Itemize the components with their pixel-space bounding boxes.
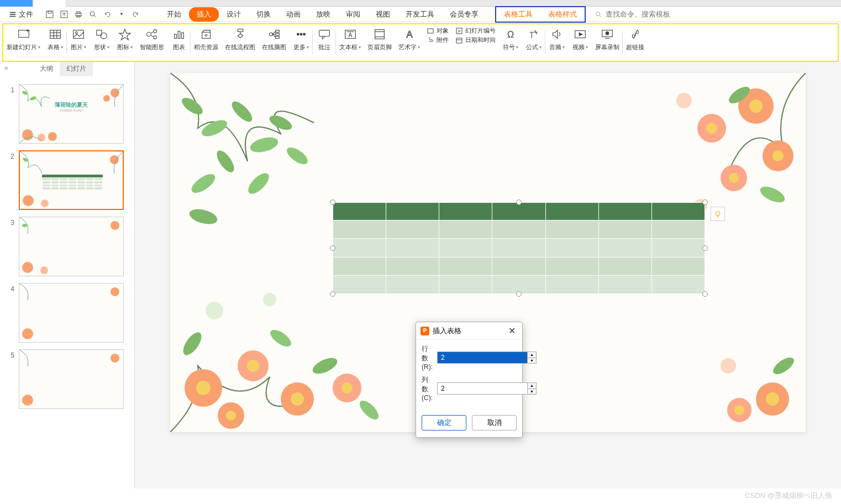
resize-handle-tr[interactable]	[702, 200, 708, 205]
tab-view[interactable]: 视图	[368, 7, 398, 22]
sidebar-tab-slides[interactable]: 幻灯片	[60, 62, 93, 76]
ribbon-hyperlink[interactable]: 超链接	[623, 27, 648, 59]
ribbon-picture[interactable]: 图片▾	[67, 27, 90, 59]
slides-sidebar: « 大纲 幻灯片 1 薄荷味的夏天 POWER POINT 2	[0, 62, 135, 489]
svg-point-69	[23, 195, 34, 206]
ribbon-object[interactable]: 对象	[427, 27, 449, 35]
slide-thumb-3[interactable]: 3	[0, 213, 134, 280]
window-tab-active[interactable]	[0, 0, 33, 7]
ribbon-icons[interactable]: 图标▾	[113, 27, 136, 59]
ribbon-wordart[interactable]: A 艺术字▾	[395, 27, 423, 59]
mindmap-icon	[266, 27, 282, 42]
textbox-icon: A	[342, 27, 359, 42]
rows-up-icon[interactable]: ▲	[528, 352, 536, 358]
cols-spinner[interactable]: ▲▼	[437, 382, 537, 395]
svg-point-6	[90, 12, 94, 16]
collapse-sidebar-icon[interactable]: «	[4, 64, 8, 72]
tab-design[interactable]: 设计	[219, 7, 249, 22]
file-menu[interactable]: 文件	[4, 9, 38, 19]
resize-handle-mr[interactable]	[702, 245, 708, 251]
ribbon-comment[interactable]: 批注	[313, 27, 336, 59]
print-icon[interactable]	[73, 9, 84, 20]
ribbon-flowchart[interactable]: 在线流程图	[222, 27, 259, 59]
ribbon-attachment[interactable]: 附件	[427, 36, 449, 44]
cols-input[interactable]	[438, 383, 527, 394]
svg-point-39	[297, 33, 299, 35]
ribbon-mindmap[interactable]: 在线脑图	[259, 27, 290, 59]
svg-point-90	[749, 99, 763, 113]
svg-point-29	[205, 34, 207, 36]
ribbon-textbox[interactable]: A 文本框▾	[336, 27, 364, 59]
rows-spinner[interactable]: ▲▼	[437, 351, 537, 364]
save-icon[interactable]	[44, 9, 55, 20]
cols-up-icon[interactable]: ▲	[528, 383, 536, 389]
ribbon-equation[interactable]: 公式▾	[522, 27, 545, 59]
export-icon[interactable]	[59, 9, 70, 20]
tab-transition[interactable]: 切换	[249, 7, 278, 22]
ribbon-shapes[interactable]: 形状▾	[90, 27, 113, 59]
rows-input[interactable]	[438, 352, 527, 363]
smart-tag-button[interactable]	[711, 207, 725, 221]
sidebar-tab-outline[interactable]: 大纲	[33, 62, 60, 76]
undo-icon[interactable]	[102, 9, 113, 20]
tab-table-tools[interactable]: 表格工具	[496, 7, 540, 22]
rows-down-icon[interactable]: ▼	[528, 358, 536, 364]
slide-thumb-4[interactable]: 4	[0, 280, 134, 346]
ribbon-symbol[interactable]: Ω 符号▾	[499, 27, 522, 59]
resize-handle-br[interactable]	[702, 291, 708, 297]
svg-point-87	[188, 207, 219, 227]
ribbon-audio[interactable]: 音频▾	[545, 27, 569, 59]
svg-rect-28	[202, 32, 211, 38]
svg-rect-25	[175, 34, 177, 38]
ribbon-table[interactable]: 表格▾	[44, 27, 67, 59]
resize-handle-tm[interactable]	[516, 200, 522, 205]
slide-thumb-2[interactable]: 2	[0, 147, 134, 213]
window-tab[interactable]	[33, 0, 66, 7]
tab-review[interactable]: 审阅	[338, 7, 368, 22]
resize-handle-ml[interactable]	[330, 245, 335, 251]
ribbon-new-slide[interactable]: 新建幻灯片▾	[3, 27, 44, 59]
search-input[interactable]	[606, 10, 683, 18]
cols-down-icon[interactable]: ▼	[528, 389, 536, 395]
ok-button[interactable]: 确定	[422, 415, 466, 431]
svg-point-102	[196, 381, 211, 395]
chart-icon	[171, 27, 187, 42]
dialog-title: 插入表格	[433, 326, 461, 336]
svg-point-21	[154, 30, 157, 33]
slide-thumb-1[interactable]: 1 薄荷味的夏天 POWER POINT	[0, 81, 134, 147]
cancel-button[interactable]: 取消	[472, 415, 517, 431]
preview-icon[interactable]	[87, 9, 98, 20]
inserted-table[interactable]	[333, 202, 705, 294]
tab-animation[interactable]: 动画	[278, 7, 308, 22]
ribbon-smartart[interactable]: 智能图形	[136, 27, 167, 59]
tab-developer[interactable]: 开发工具	[398, 7, 442, 22]
tab-slideshow[interactable]: 放映	[308, 7, 338, 22]
ribbon-chart[interactable]: 图表	[167, 27, 191, 59]
svg-point-110	[226, 411, 236, 421]
ribbon-datetime[interactable]: 日期和时间	[455, 36, 496, 44]
svg-point-76	[22, 328, 33, 339]
ribbon-slidenum[interactable]: #幻灯片编号	[455, 27, 496, 35]
ribbon-video[interactable]: 视频▾	[569, 27, 592, 59]
svg-rect-27	[182, 33, 184, 38]
ribbon-headerfooter[interactable]: 页眉页脚	[364, 27, 395, 59]
ribbon-resource[interactable]: 稻壳资源	[191, 27, 222, 59]
slide-thumb-5[interactable]: 5	[0, 346, 134, 412]
dropdown-arrow-icon[interactable]: ▼	[116, 9, 127, 20]
new-slide-icon	[15, 27, 32, 42]
tab-insert[interactable]: 插入	[189, 7, 219, 22]
dialog-close-button[interactable]: ✕	[506, 326, 518, 336]
resize-handle-tl[interactable]	[330, 200, 335, 205]
tab-table-style[interactable]: 表格样式	[540, 7, 585, 22]
ribbon-screenrec[interactable]: 屏幕录制	[592, 27, 623, 59]
resize-handle-bl[interactable]	[330, 291, 335, 297]
ribbon-more[interactable]: 更多▾	[290, 27, 313, 59]
tab-member[interactable]: 会员专享	[442, 7, 486, 22]
search-box[interactable]	[595, 10, 683, 18]
svg-point-104	[247, 360, 259, 372]
svg-rect-1	[48, 11, 51, 13]
redo-icon[interactable]	[130, 9, 141, 20]
svg-point-41	[303, 33, 306, 35]
tab-start[interactable]: 开始	[159, 7, 189, 22]
resize-handle-bm[interactable]	[516, 291, 522, 297]
